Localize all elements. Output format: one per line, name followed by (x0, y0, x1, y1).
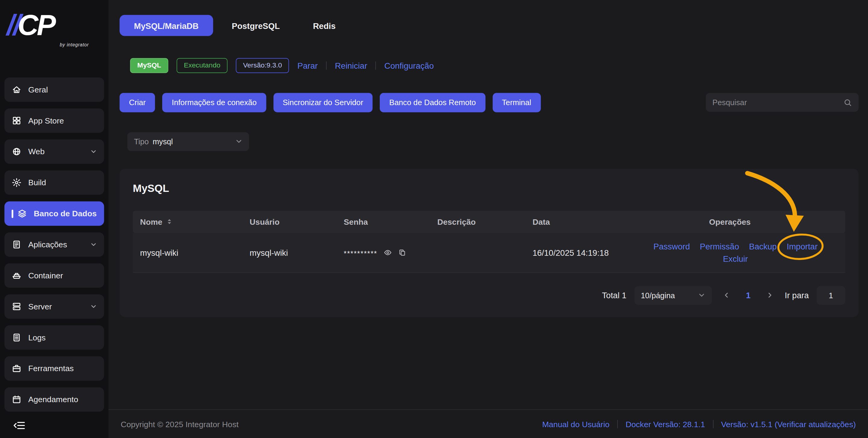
collapse-sidebar-icon[interactable] (13, 420, 27, 432)
server-icon (12, 302, 22, 311)
service-name-badge: MySQL (130, 58, 168, 73)
user-manual-link[interactable]: Manual do Usuário (542, 419, 610, 428)
sort-icon[interactable] (166, 218, 173, 225)
remote-database-button[interactable]: Banco de Dados Remoto (380, 93, 485, 112)
globe-icon (12, 147, 22, 157)
divider (713, 420, 713, 428)
previous-page-icon[interactable] (719, 288, 734, 302)
permissao-link[interactable]: Permissão (700, 242, 739, 251)
sidebar-item-label: Banco de Dados (34, 209, 97, 218)
column-header-nome: Nome (133, 217, 243, 226)
sidebar-item-geral[interactable]: Geral (4, 77, 104, 102)
divider (375, 61, 376, 70)
chevron-down-icon (698, 292, 705, 299)
sidebar-item-banco-de-dados[interactable]: Banco de Dados (4, 202, 104, 226)
chevron-down-icon (90, 241, 97, 248)
column-header-operacoes: Operações (636, 217, 845, 226)
sidebar-item-logs[interactable]: Logs (4, 325, 104, 350)
tab-postgresql[interactable]: PostgreSQL (217, 15, 294, 36)
page-size-value: 10/página (641, 291, 675, 299)
logo-text: //CP (7, 9, 108, 42)
pagination: Total 1 10/página 1 Ir para (133, 286, 845, 305)
chevron-down-icon (236, 138, 243, 145)
active-indicator-bar (12, 209, 13, 218)
next-page-icon[interactable] (763, 288, 777, 302)
importar-link[interactable]: Importar (786, 242, 818, 251)
sidebar-item-label: Build (28, 178, 46, 187)
operations-line-2: Excluir (636, 254, 818, 263)
sidebar-item-web[interactable]: Web (4, 139, 104, 164)
sidebar-item-container[interactable]: Container (4, 263, 104, 288)
type-filter-label: Tipo (134, 137, 149, 146)
pagination-total: Total 1 (602, 291, 626, 300)
terminal-button[interactable]: Terminal (493, 93, 541, 112)
column-header-descricao: Descrição (430, 217, 525, 226)
column-header-data: Data (525, 217, 636, 226)
sidebar-item-label: Geral (28, 85, 48, 94)
column-header-usuario: Usuário (242, 217, 336, 226)
operations-line-1: Password Permissão Backup Importar (636, 242, 818, 251)
type-filter-value: mysql (153, 137, 173, 146)
create-button[interactable]: Criar (120, 93, 155, 112)
sidebar-menu: Geral App Store Web Build Banco de Dados (0, 77, 108, 411)
restart-service-link[interactable]: Reiniciar (335, 61, 367, 70)
app-grid-icon (12, 116, 22, 126)
card-title: MySQL (133, 182, 845, 195)
cell-nome: mysql-wiki (133, 248, 243, 257)
copyright-text: Copyright © 2025 Integrator Host (121, 419, 239, 428)
calendar-icon (12, 395, 22, 405)
stop-service-link[interactable]: Parar (298, 61, 318, 70)
divider (617, 420, 618, 428)
footer: Copyright © 2025 Integrator Host Manual … (108, 409, 868, 438)
docker-version-link[interactable]: Docker Versão: 28.1.1 (626, 419, 705, 428)
sidebar-item-ferramentas[interactable]: Ferramentas (4, 357, 104, 381)
tab-mysql-mariadb[interactable]: MySQL/MariaDB (120, 15, 213, 36)
backup-link[interactable]: Backup (749, 242, 777, 251)
sync-from-server-button[interactable]: Sincronizar do Servidor (273, 93, 373, 112)
sidebar-item-label: Aplicações (28, 240, 67, 249)
sidebar-item-label: App Store (28, 116, 64, 125)
goto-page-input[interactable] (816, 286, 845, 305)
search-input[interactable] (712, 98, 844, 107)
sidebar-item-app-store[interactable]: App Store (4, 108, 104, 133)
goto-page-label: Ir para (785, 291, 809, 300)
sidebar-item-label: Ferramentas (28, 364, 74, 373)
container-ship-icon (12, 271, 22, 280)
type-filter-select[interactable]: Tipo mysql (127, 132, 249, 150)
applications-icon (12, 239, 22, 249)
logo-tagline: by integrator (60, 42, 108, 47)
password-link[interactable]: Password (653, 242, 690, 251)
sidebar-item-label: Web (28, 147, 44, 156)
gear-icon (12, 178, 22, 188)
chevron-down-icon (90, 303, 97, 310)
logo-name: CP (18, 9, 55, 41)
action-toolbar: Criar Informações de conexão Sincronizar… (120, 93, 859, 112)
copy-password-icon[interactable] (398, 248, 406, 257)
tab-redis[interactable]: Redis (299, 15, 350, 36)
configuration-link[interactable]: Configuração (384, 61, 434, 70)
database-tabs: MySQL/MariaDB PostgreSQL Redis (120, 15, 859, 36)
sidebar-item-agendamento[interactable]: Agendamento (4, 388, 104, 412)
show-password-eye-icon[interactable] (383, 248, 392, 257)
sidebar-item-build[interactable]: Build (4, 170, 104, 195)
database-list-card: MySQL Nome Usuário Senha Descrição Data … (120, 168, 859, 316)
connection-info-button[interactable]: Informações de conexão (162, 93, 266, 112)
sidebar-item-label: Container (28, 271, 63, 280)
sidebar-item-server[interactable]: Server (4, 294, 104, 319)
excluir-link[interactable]: Excluir (723, 254, 748, 263)
password-mask: ********** (344, 247, 377, 258)
service-status-badge: Executando (177, 58, 227, 73)
page-size-select[interactable]: 10/página (634, 286, 712, 305)
sidebar-item-aplicacoes[interactable]: Aplicações (4, 232, 104, 257)
column-header-senha: Senha (337, 217, 430, 226)
table-header: Nome Usuário Senha Descrição Data Operaç… (133, 210, 845, 233)
search-field (706, 93, 859, 112)
sidebar-item-label: Agendamento (28, 395, 79, 404)
sidebar-item-label: Logs (28, 333, 46, 342)
home-icon (12, 85, 22, 95)
app-version-link[interactable]: Versão: v1.5.1 (Verificar atualizações) (721, 419, 856, 428)
page-number-1[interactable]: 1 (742, 291, 755, 300)
app-window: //CP by integrator Geral App Store Web B… (0, 0, 868, 438)
app-logo: //CP by integrator (0, 0, 108, 77)
divider (326, 61, 327, 70)
